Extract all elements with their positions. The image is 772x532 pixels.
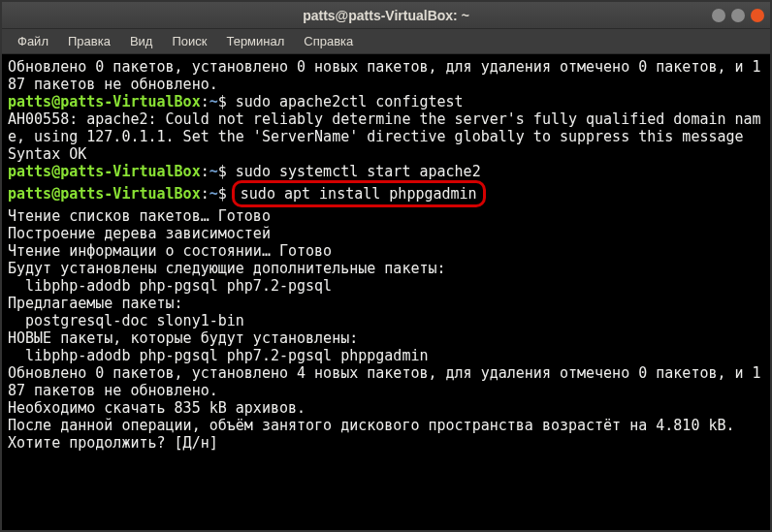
prompt-line: patts@patts-VirtualBox:~$ sudo systemctl… bbox=[8, 163, 764, 180]
menu-file[interactable]: Файл bbox=[10, 32, 56, 50]
menu-edit[interactable]: Правка bbox=[60, 32, 118, 50]
minimize-button[interactable] bbox=[712, 9, 725, 22]
menubar: Файл Правка Вид Поиск Терминал Справка bbox=[2, 29, 770, 54]
menu-help[interactable]: Справка bbox=[296, 32, 361, 50]
output-line: Обновлено 0 пакетов, установлено 4 новых… bbox=[8, 364, 764, 399]
output-line: Обновлено 0 пакетов, установлено 0 новых… bbox=[8, 58, 764, 93]
prompt-userhost: patts@patts-VirtualBox bbox=[8, 185, 201, 203]
output-line: libphp-adodb php-pgsql php7.2-pgsql bbox=[8, 277, 764, 295]
menu-terminal[interactable]: Терминал bbox=[218, 32, 292, 50]
prompt-sep: : bbox=[201, 163, 209, 180]
output-line: Построение дерева зависимостей bbox=[8, 225, 764, 242]
titlebar: patts@patts-VirtualBox: ~ bbox=[2, 2, 770, 29]
output-line: НОВЫЕ пакеты, которые будут установлены: bbox=[8, 329, 764, 347]
output-line: Чтение информации о состоянии… Готово bbox=[8, 242, 764, 260]
prompt-sep: : bbox=[201, 185, 209, 203]
command-text: sudo apt install phppgadmin bbox=[241, 185, 477, 203]
command-text: sudo systemctl start apache2 bbox=[227, 163, 481, 180]
output-line: После данной операции, объём занятого ди… bbox=[8, 417, 764, 434]
menu-search[interactable]: Поиск bbox=[164, 32, 214, 50]
prompt-userhost: patts@patts-VirtualBox bbox=[8, 93, 201, 110]
output-line: Syntax OK bbox=[8, 145, 764, 163]
prompt-path: ~ bbox=[209, 163, 218, 180]
prompt-path: ~ bbox=[209, 93, 218, 110]
output-line: Чтение списков пакетов… Готово bbox=[8, 207, 764, 225]
output-line: Будут установлены следующие дополнительн… bbox=[8, 260, 764, 277]
highlighted-command: sudo apt install phppgadmin bbox=[232, 180, 486, 207]
window-title: patts@patts-VirtualBox: ~ bbox=[303, 8, 469, 23]
prompt-path: ~ bbox=[209, 185, 218, 203]
window-controls bbox=[712, 9, 764, 22]
output-line: postgresql-doc slony1-bin bbox=[8, 312, 764, 329]
output-line: Предлагаемые пакеты: bbox=[8, 295, 764, 312]
command-text: sudo apache2ctl configtest bbox=[227, 93, 464, 110]
prompt-dollar: $ bbox=[218, 163, 227, 180]
prompt-line: patts@patts-VirtualBox:~$ sudo apache2ct… bbox=[8, 93, 764, 110]
prompt-sep: : bbox=[201, 93, 209, 110]
output-line: Хотите продолжить? [Д/н] bbox=[8, 434, 764, 452]
menu-view[interactable]: Вид bbox=[122, 32, 161, 50]
terminal-output[interactable]: Обновлено 0 пакетов, установлено 0 новых… bbox=[2, 54, 770, 530]
output-line: AH00558: apache2: Could not reliably det… bbox=[8, 110, 764, 145]
maximize-button[interactable] bbox=[731, 9, 745, 22]
output-line: libphp-adodb php-pgsql php7.2-pgsql phpp… bbox=[8, 347, 764, 364]
close-button[interactable] bbox=[751, 9, 764, 22]
prompt-line-highlighted: patts@patts-VirtualBox:~$ sudo apt insta… bbox=[8, 180, 764, 207]
prompt-userhost: patts@patts-VirtualBox bbox=[8, 163, 201, 180]
output-line: Необходимо скачать 835 kB архивов. bbox=[8, 399, 764, 417]
terminal-window: patts@patts-VirtualBox: ~ Файл Правка Ви… bbox=[0, 0, 772, 532]
prompt-dollar: $ bbox=[218, 93, 227, 110]
prompt-dollar: $ bbox=[218, 185, 227, 203]
